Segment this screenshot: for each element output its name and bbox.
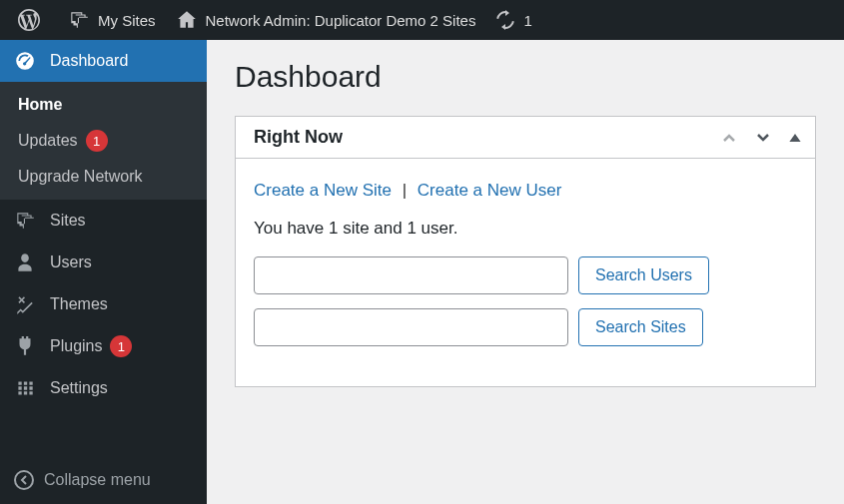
dashboard-icon <box>14 50 36 72</box>
sites-icon <box>68 9 90 31</box>
refresh-count: 1 <box>523 12 531 29</box>
search-users-row: Search Users <box>254 256 797 294</box>
home-icon <box>176 9 198 31</box>
users-icon <box>14 252 36 273</box>
postbox-controls <box>719 128 803 148</box>
wp-logo[interactable] <box>8 0 58 40</box>
themes-icon <box>14 293 36 315</box>
move-down-button[interactable] <box>753 128 773 148</box>
chevron-up-icon <box>719 128 739 148</box>
admin-bar: My Sites Network Admin: Duplicator Demo … <box>0 0 844 40</box>
postbox-body: Create a New Site | Create a New User Yo… <box>236 159 815 386</box>
main-content: Dashboard Right Now Cr <box>207 40 844 504</box>
quick-links: Create a New Site | Create a New User <box>254 181 797 201</box>
create-user-link[interactable]: Create a New User <box>418 181 562 200</box>
postbox-header: Right Now <box>236 117 815 159</box>
admin-sidebar: Dashboard Home Updates 1 Upgrade Network… <box>0 40 207 504</box>
wordpress-icon <box>18 9 40 31</box>
search-users-input[interactable] <box>254 256 568 294</box>
menu-sites-label: Sites <box>50 212 86 230</box>
menu-themes-label: Themes <box>50 295 108 313</box>
menu-settings-label: Settings <box>50 379 108 397</box>
submenu-home[interactable]: Home <box>0 88 207 122</box>
updates-badge: 1 <box>86 130 108 152</box>
triangle-up-icon <box>787 130 803 146</box>
menu-plugins-label: Plugins <box>50 337 102 355</box>
svg-point-0 <box>15 471 33 489</box>
summary-text: You have 1 site and 1 user. <box>254 219 797 239</box>
chevron-down-icon <box>753 128 773 148</box>
menu-dashboard-label: Dashboard <box>50 52 128 70</box>
refresh[interactable]: 1 <box>485 0 541 40</box>
move-up-button[interactable] <box>719 128 739 148</box>
page-title: Dashboard <box>235 60 816 94</box>
settings-icon <box>14 377 36 399</box>
submenu-upgrade-network[interactable]: Upgrade Network <box>0 160 207 194</box>
create-site-link[interactable]: Create a New Site <box>254 181 392 200</box>
postbox-title: Right Now <box>254 127 343 148</box>
my-sites[interactable]: My Sites <box>58 0 166 40</box>
plugins-badge: 1 <box>110 335 132 357</box>
search-sites-row: Search Sites <box>254 308 797 346</box>
sites-menu-icon <box>14 210 36 232</box>
search-users-button[interactable]: Search Users <box>578 256 709 294</box>
collapse-icon <box>14 470 34 490</box>
refresh-icon <box>495 10 515 30</box>
menu-users-label: Users <box>50 253 92 271</box>
submenu-updates[interactable]: Updates 1 <box>0 122 207 160</box>
submenu-updates-label: Updates <box>18 132 78 150</box>
menu-sites[interactable]: Sites <box>0 200 207 242</box>
menu-users[interactable]: Users <box>0 242 207 283</box>
toggle-panel-button[interactable] <box>787 130 803 146</box>
dashboard-submenu: Home Updates 1 Upgrade Network <box>0 82 207 200</box>
network-admin[interactable]: Network Admin: Duplicator Demo 2 Sites <box>166 0 486 40</box>
right-now-box: Right Now Create a New Site | <box>235 116 816 387</box>
link-divider: | <box>403 181 407 200</box>
plugins-icon <box>14 335 36 357</box>
search-sites-input[interactable] <box>254 308 568 346</box>
collapse-label: Collapse menu <box>44 471 151 489</box>
menu-dashboard[interactable]: Dashboard <box>0 40 207 82</box>
my-sites-label: My Sites <box>98 12 156 29</box>
menu-settings[interactable]: Settings <box>0 367 207 409</box>
collapse-menu[interactable]: Collapse menu <box>0 456 207 504</box>
menu-themes[interactable]: Themes <box>0 283 207 325</box>
network-admin-label: Network Admin: Duplicator Demo 2 Sites <box>206 12 476 29</box>
submenu-home-label: Home <box>18 96 62 114</box>
current-pointer <box>207 51 217 71</box>
menu-plugins[interactable]: Plugins 1 <box>0 325 207 367</box>
search-sites-button[interactable]: Search Sites <box>578 308 703 346</box>
submenu-upgrade-label: Upgrade Network <box>18 168 143 186</box>
